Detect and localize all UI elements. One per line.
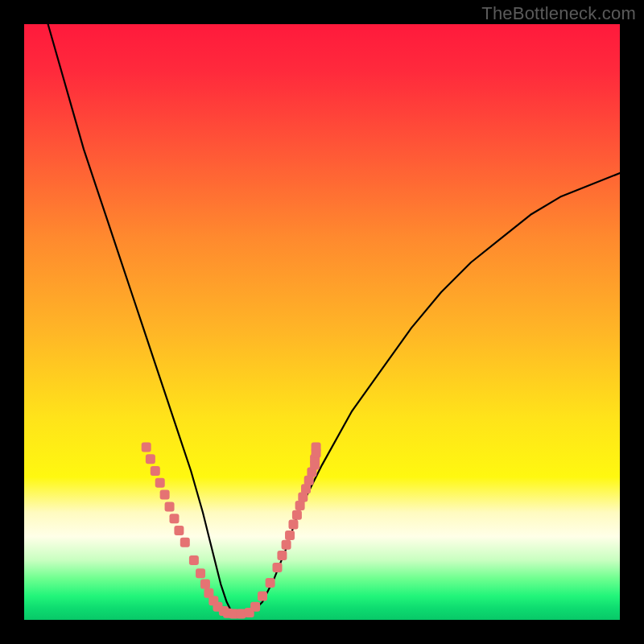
highlight-dot <box>236 609 246 619</box>
highlight-dot <box>169 514 179 523</box>
highlight-dot <box>196 568 205 578</box>
highlight-dot <box>301 484 311 493</box>
highlight-dot <box>292 510 302 520</box>
highlight-dot <box>146 454 155 464</box>
curve-highlight-dots <box>142 442 321 618</box>
highlight-dot <box>174 526 184 535</box>
bottleneck-curve <box>48 24 620 614</box>
highlight-dot <box>277 551 287 560</box>
highlight-dot <box>151 466 160 476</box>
highlight-dot <box>180 538 190 547</box>
highlight-dot <box>250 602 260 612</box>
highlight-dot <box>160 490 170 500</box>
highlight-dot <box>295 501 305 510</box>
highlight-dot <box>189 555 199 565</box>
highlight-dot <box>312 442 321 452</box>
highlight-dot <box>273 563 283 572</box>
highlight-dot <box>142 442 151 452</box>
highlight-dot <box>155 478 165 488</box>
highlight-dot <box>282 540 291 550</box>
highlight-dot <box>266 578 275 588</box>
watermark-text: TheBottleneck.com <box>481 3 636 24</box>
highlight-dot <box>304 476 314 485</box>
highlight-dot <box>298 493 308 502</box>
highlight-dot <box>165 502 175 511</box>
highlight-dot <box>200 580 210 589</box>
highlight-dot <box>258 591 267 601</box>
highlight-dot <box>285 530 295 540</box>
curve-plot <box>24 24 620 620</box>
highlight-dot <box>288 520 298 530</box>
